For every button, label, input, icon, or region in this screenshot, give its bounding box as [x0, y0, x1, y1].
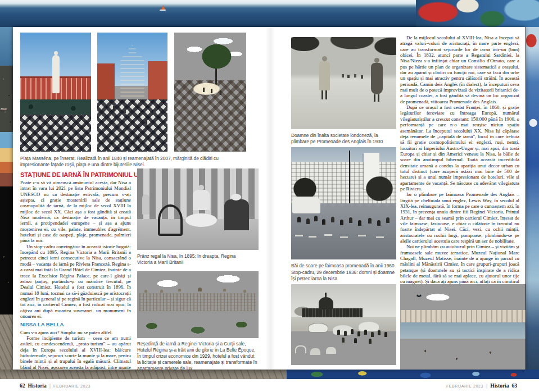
parasol-shape: [142, 194, 150, 215]
background-left-strip: [0, 27, 13, 370]
garden-layer: [137, 311, 259, 338]
sky-layer: [400, 284, 526, 313]
parked-car-shape: [292, 197, 320, 213]
caption-hotel-regina: Reședință de iarnă a Reginei Victoria și…: [137, 341, 259, 370]
background-bottom-pavement-photo: [0, 370, 287, 379]
sunlit-checkered-floor: [174, 80, 246, 152]
pier-dome-shape: [319, 297, 333, 309]
city-strip-shape: [400, 310, 526, 323]
background-left-vintage-postcard: [0, 132, 13, 186]
pier-structure-shape: [302, 308, 363, 317]
lamp-post-shape: [349, 151, 350, 209]
photo-massena-fountain: [20, 33, 91, 152]
deckchair-crowd-figures: [297, 217, 301, 222]
caption-massena: Piața Masséna, pe înserat. Realizată în …: [20, 156, 248, 168]
palm-right-shape: [359, 170, 396, 208]
right-body-column: De la mijlocul secolului al XVIII-lea, N…: [400, 35, 519, 314]
chair-silhouette: [158, 204, 183, 236]
photo-pier-1936: [291, 284, 396, 365]
paragraph: De la mijlocul secolului al XVIII-lea, N…: [400, 35, 519, 104]
photo-promenade-ladies-1930: [291, 37, 396, 129]
caption-text: Băi de soare pe faimoasa promenadă în an…: [291, 263, 396, 269]
issue-date-left: FEBRUARIE 2023: [53, 384, 90, 388]
queen-victoria-figure: [224, 199, 249, 230]
side-building-left-shape: [97, 63, 115, 99]
page-number-right: 63: [512, 383, 518, 389]
caption-text: Piața Masséna, pe înserat. Realizată în …: [20, 156, 248, 168]
caption-text: Reședință de iarnă a Reginei Victoria și…: [137, 341, 259, 370]
background-artwork-top-right: [416, 0, 539, 27]
paragraph: Forme incipiente de turism – ceea ce am …: [20, 335, 131, 370]
footer-right: FEBRUARIE 2023 | Historia 63: [446, 382, 517, 390]
paragraph: Iar o plimbare pe faimoasa Promenade des…: [400, 192, 519, 244]
lady-light-coat-figure: [319, 61, 330, 90]
caption-text: Prânz regal la Nisa, în 1895: în dreapta…: [137, 253, 250, 266]
page-gutter-shadow: [265, 27, 275, 370]
crowd-figures: [337, 330, 340, 335]
checkered-pavement-layer: [97, 99, 167, 152]
sailboat-icon: [161, 5, 165, 10]
sea-layer: [400, 322, 526, 339]
checkered-pavement-layer: [20, 115, 91, 152]
caption-text: Stop-cadru, 29 decembrie 1936: domni și …: [291, 270, 396, 282]
paragraph: Cum s-a ajuns aici? Simplu: nu se putea …: [20, 330, 131, 335]
photo-massena-plaza: [97, 33, 167, 152]
postcard-script-text: Nice: [1, 107, 13, 111]
side-building-right-shape: [148, 61, 167, 99]
fountain-basin-shape: [20, 99, 91, 116]
magazine-spread: Nice Piața Massé: [0, 0, 539, 392]
caption-text: Doamne din înalta societate londoneză, l…: [291, 133, 393, 145]
seated-people-figures: [342, 74, 344, 78]
caption-promenade-1930: Doamne din înalta societate londoneză, l…: [291, 133, 393, 145]
footer-separator: |: [49, 383, 51, 389]
subhead-nissa-la-bella: NISSA LA BELLA: [20, 322, 131, 327]
photo-hotel-regina: [137, 271, 259, 338]
pedestrian-figures: [113, 106, 115, 111]
magazine-brand-left: Historia: [28, 383, 47, 389]
table-shape: [185, 213, 217, 227]
statue-shape: [52, 55, 60, 93]
deckchair-frames: [295, 235, 303, 236]
hotel-facade-shape: [139, 293, 256, 311]
caption-victoria: Prânz regal la Nisa, în 1895: în dreapta…: [137, 253, 250, 266]
footer-separator: |: [486, 383, 487, 389]
issue-date-right: FEBRUARIE 2023: [446, 384, 483, 388]
spread-white-panel: Piața Masséna, pe înserat. Realizată în …: [13, 27, 526, 370]
footer-left: 62 Historia | FEBRUARIE 2023: [20, 382, 90, 390]
background-bottom-artwork-photo: [287, 370, 539, 379]
background-left-pebble-beach: [0, 66, 13, 132]
magazine-brand-right: Historia: [490, 383, 509, 389]
background-left-pavement-photo: [0, 314, 13, 370]
lady-dark-coat-figure: [371, 63, 383, 94]
caption-block-1960-1936: Băi de soare pe faimoasa promenadă în an…: [291, 263, 396, 282]
beach-promenade-layer: [400, 339, 526, 370]
photo-queen-victoria-lunch: [137, 168, 259, 250]
hotel-domes-shape: [144, 290, 147, 293]
photo-sunbathing-1960: [291, 147, 396, 259]
lady-in-white-figure: [193, 190, 210, 210]
pedestrian-figures: [203, 88, 205, 92]
left-body-column: Poate c-o să vă uimească amănuntul acest…: [20, 180, 131, 370]
background-left-beach-photo: [0, 186, 13, 314]
background-right-artwork-strip: [526, 27, 539, 370]
page-number-left: 62: [20, 383, 25, 389]
paragraph: Un stop-cadru convingător în această ist…: [20, 244, 131, 319]
paragraph: După ce orașul a fost cedat Franței, în …: [400, 104, 519, 192]
beach-umbrella-shapes: [308, 323, 328, 332]
photo-promenade-tree: [174, 33, 246, 152]
background-left-sea: [0, 27, 13, 66]
sailboat-hull-shape: [160, 10, 166, 11]
sea-layer: [291, 317, 396, 331]
paragraph: Poate c-o să vă uimească amănuntul acest…: [20, 180, 131, 244]
cafe-chair-frames: [295, 345, 306, 353]
photo-coastal-view: [400, 284, 526, 370]
